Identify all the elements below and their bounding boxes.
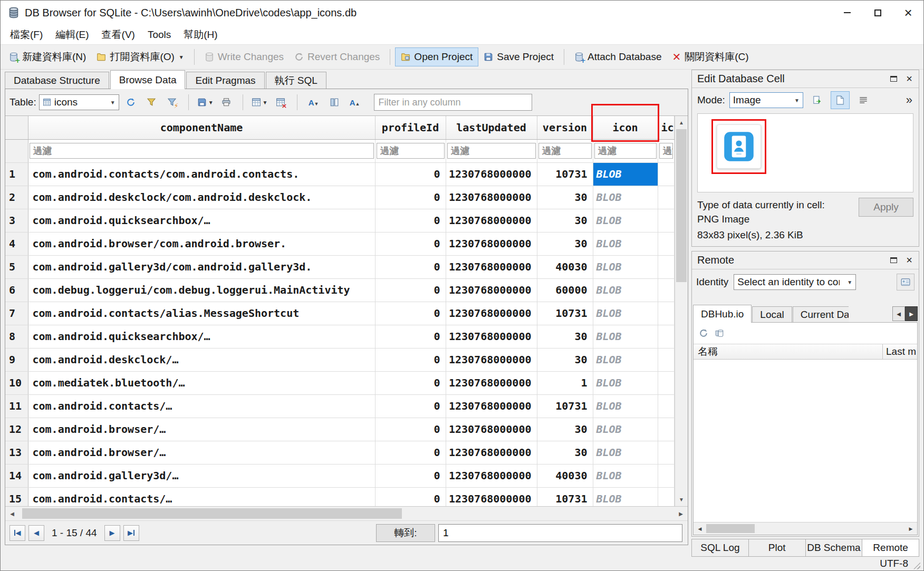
cell-extra[interactable] <box>658 418 675 441</box>
refresh-button[interactable] <box>122 94 140 111</box>
tab-scroll-left-button[interactable]: ◀ <box>892 306 905 321</box>
cell-extra[interactable] <box>658 348 675 371</box>
cell-lastUpdated[interactable]: 1230768000000 <box>446 371 537 394</box>
cell-icon-blob[interactable]: BLOB <box>593 278 658 302</box>
row-number[interactable]: 10 <box>5 371 28 394</box>
cell-icon-blob[interactable]: BLOB <box>593 394 658 418</box>
cell-lastUpdated[interactable]: 1230768000000 <box>446 209 537 232</box>
cell-profileId[interactable]: 0 <box>375 232 446 255</box>
vertical-scroll-thumb[interactable] <box>676 129 687 282</box>
vertical-scrollbar[interactable]: ▲ ▼ <box>675 116 688 506</box>
row-number[interactable]: 5 <box>5 255 28 278</box>
cell-version[interactable]: 10731 <box>537 394 593 418</box>
cell-componentName[interactable]: com.android.gallery3d/com.android.galler… <box>28 255 375 278</box>
cell-profileId[interactable]: 0 <box>375 348 446 371</box>
cell-lastUpdated[interactable]: 1230768000000 <box>446 325 537 348</box>
float-panel-button[interactable] <box>886 72 901 86</box>
cell-componentName[interactable]: com.mediatek.bluetooth/… <box>28 371 375 394</box>
cell-version[interactable]: 1 <box>537 371 593 394</box>
menu-tools[interactable]: Tools <box>141 25 177 44</box>
menu-help[interactable]: 幫助(H) <box>177 25 224 44</box>
cell-extra[interactable] <box>658 278 675 302</box>
row-number[interactable]: 9 <box>5 348 28 371</box>
column-header-version[interactable]: version <box>537 116 593 139</box>
cell-extra[interactable] <box>658 394 675 418</box>
cell-version[interactable]: 10731 <box>537 302 593 325</box>
row-number[interactable]: 4 <box>5 232 28 255</box>
close-panel-button[interactable]: × <box>902 72 917 86</box>
float-panel-button[interactable] <box>886 254 901 267</box>
filter-input-version[interactable]: 過濾 <box>538 143 592 159</box>
cell-profileId[interactable]: 0 <box>375 418 446 441</box>
cell-icon-blob[interactable]: BLOB <box>593 418 658 441</box>
cell-componentName[interactable]: com.android.deskclock/… <box>28 348 375 371</box>
table-select[interactable]: icons ▼ <box>39 94 119 110</box>
remote-scroll-thumb[interactable] <box>706 524 755 533</box>
remote-tab-dbhub[interactable]: DBHub.io <box>693 305 752 323</box>
cell-extra[interactable] <box>658 325 675 348</box>
remote-refresh-button[interactable] <box>699 328 708 338</box>
cell-extra[interactable] <box>658 255 675 278</box>
cell-version[interactable]: 40030 <box>537 255 593 278</box>
remote-clone-database-button[interactable] <box>715 328 724 338</box>
cell-icon-blob[interactable]: BLOB <box>593 186 658 209</box>
scroll-left-icon[interactable]: ◀ <box>694 522 706 535</box>
maximize-button[interactable] <box>862 1 893 25</box>
remote-file-list[interactable] <box>694 360 917 522</box>
revert-changes-button[interactable]: Revert Changes <box>289 48 385 66</box>
remote-horizontal-scrollbar[interactable]: ◀ ▶ <box>694 522 917 535</box>
previous-record-button[interactable]: ◀ <box>28 525 44 541</box>
cell-version[interactable]: 30 <box>537 209 593 232</box>
cell-icon-blob[interactable]: BLOB <box>593 441 658 464</box>
cell-version[interactable]: 40030 <box>537 464 593 487</box>
cell-icon-blob[interactable]: BLOB <box>593 209 658 232</box>
delete-record-button[interactable]: × <box>272 94 290 111</box>
cell-lastUpdated[interactable]: 1230768000000 <box>446 302 537 325</box>
clear-filters-button[interactable] <box>142 94 160 111</box>
import-data-button[interactable] <box>807 91 826 109</box>
word-wrap-button[interactable] <box>854 91 873 109</box>
filter-input-profileId[interactable]: 過濾 <box>377 143 445 159</box>
save-results-button[interactable]: ▼ <box>196 94 215 111</box>
row-number[interactable]: 8 <box>5 325 28 348</box>
sort-columns-button[interactable]: A▲ <box>346 94 364 111</box>
remote-column-name[interactable]: 名稱 <box>694 345 718 359</box>
apply-button[interactable]: Apply <box>859 198 913 217</box>
cell-lastUpdated[interactable]: 1230768000000 <box>446 418 537 441</box>
cell-profileId[interactable]: 0 <box>375 186 446 209</box>
cell-componentName[interactable]: com.android.browser/… <box>28 418 375 441</box>
attach-database-button[interactable]: + Attach Database <box>569 48 667 66</box>
cell-extra[interactable] <box>658 186 675 209</box>
cell-version[interactable]: 30 <box>537 418 593 441</box>
filter-input-lastUpdated[interactable]: 過濾 <box>447 143 536 159</box>
row-number[interactable]: 3 <box>5 209 28 232</box>
column-header-partial[interactable]: ic <box>658 116 675 139</box>
cell-icon-blob[interactable]: BLOB <box>593 325 658 348</box>
cell-profileId[interactable]: 0 <box>375 441 446 464</box>
column-header-componentName[interactable]: componentName <box>28 116 375 139</box>
tab-scroll-right-button[interactable]: ▶ <box>905 306 918 321</box>
scroll-left-icon[interactable]: ◀ <box>5 507 19 520</box>
scroll-right-icon[interactable]: ▶ <box>904 522 917 535</box>
cell-lastUpdated[interactable]: 1230768000000 <box>446 278 537 302</box>
cell-version[interactable]: 30 <box>537 348 593 371</box>
row-number[interactable]: 6 <box>5 278 28 302</box>
blob-image-thumbnail[interactable] <box>717 124 761 169</box>
filter-input-partial[interactable]: 過濾 <box>659 143 673 159</box>
remote-column-last-modified[interactable]: Last m <box>882 344 917 359</box>
cell-version[interactable]: 30 <box>537 232 593 255</box>
cell-componentName[interactable]: com.android.deskclock/com.android.deskcl… <box>28 186 375 209</box>
cell-version[interactable]: 10731 <box>537 487 593 506</box>
cell-componentName[interactable]: com.android.browser/com.android.browser. <box>28 232 375 255</box>
panel-overflow-icon[interactable]: » <box>906 93 913 107</box>
cell-icon-blob[interactable]: BLOB <box>593 255 658 278</box>
close-button[interactable]: × <box>893 1 923 25</box>
cell-profileId[interactable]: 0 <box>375 394 446 418</box>
cell-lastUpdated[interactable]: 1230768000000 <box>446 348 537 371</box>
save-project-button[interactable]: Save Project <box>478 48 559 66</box>
cell-profileId[interactable]: 0 <box>375 302 446 325</box>
identity-select[interactable]: Select an identity to conne ▼ <box>734 274 856 290</box>
cell-icon-blob[interactable]: BLOB <box>593 162 658 186</box>
scroll-right-icon[interactable]: ▶ <box>674 507 688 520</box>
cell-profileId[interactable]: 0 <box>375 162 446 186</box>
